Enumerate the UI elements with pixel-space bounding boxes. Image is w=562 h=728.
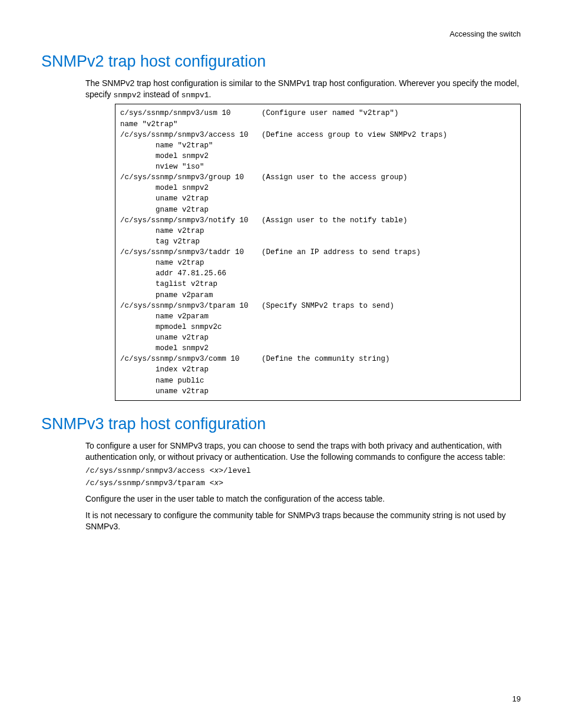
cmd2-post: > (219, 479, 223, 487)
cmd2-pre: /c/sys/ssnmp/snmpv3/tparam < (85, 479, 214, 487)
command-line-2: /c/sys/ssnmp/snmpv3/tparam <x> (85, 479, 521, 487)
cmd1-post: >/level (219, 466, 251, 475)
intro-text-3: . (209, 90, 211, 99)
section-1-title: SNMPv2 trap host configuration (41, 52, 521, 71)
code-box: c/sys/ssnmp/snmpv3/usm 10 (Configure use… (115, 104, 521, 400)
section-1-intro: The SNMPv2 trap host configuration is si… (85, 78, 521, 100)
section-2-p3: It is not necessary to configure the com… (85, 510, 521, 532)
cmd1-pre: /c/sys/ssnmp/snmpv3/access < (85, 466, 214, 475)
inline-code-snmpv1: snmpv1 (181, 91, 209, 100)
section-2-title: SNMPv3 trap host configuration (41, 415, 521, 433)
section-2-p1: To configure a user for SNMPv3 traps, yo… (85, 440, 521, 463)
command-line-1: /c/sys/ssnmp/snmpv3/access <x>/level (85, 466, 521, 475)
section-2-p2: Configure the user in the user table to … (85, 493, 521, 505)
intro-text-2: instead of (141, 90, 181, 99)
header-right: Accessing the switch (41, 29, 521, 38)
page-number: 19 (513, 694, 521, 703)
inline-code-snmpv2: snmpv2 (113, 91, 141, 100)
